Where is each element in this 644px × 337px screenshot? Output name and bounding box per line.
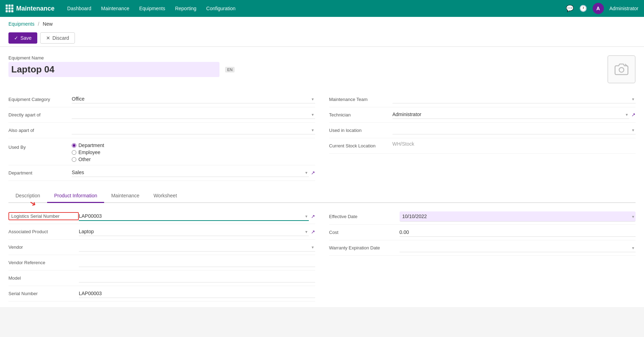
effective-date-input[interactable]: [400, 211, 636, 222]
effective-date-row: Effective Date: [329, 209, 636, 225]
radio-department-label: Department: [78, 142, 104, 148]
form-grid: Equipment Category Office Directly apart…: [8, 92, 636, 181]
tab-maintenance[interactable]: Maintenance: [104, 189, 146, 203]
logistics-serial-number-row: ➜ Logistics Serial Number ↗: [8, 209, 315, 224]
app-title: Maintenance: [16, 5, 55, 12]
maintenance-team-row: Maintenance Team: [329, 92, 636, 107]
form-header-left: Equipment Name EN: [8, 55, 599, 77]
current-stock-location-value: WH/Stock: [393, 141, 636, 147]
current-stock-location-row: Current Stock Location WH/Stock: [329, 138, 636, 154]
save-button[interactable]: ✓ Save: [8, 32, 37, 44]
warranty-expiration-date-value: [400, 243, 636, 252]
cost-row: Cost: [329, 225, 636, 240]
associated-product-select-wrapper: Laptop: [79, 227, 309, 236]
associated-product-select[interactable]: Laptop: [79, 227, 309, 236]
department-value: Sales ↗: [72, 168, 315, 177]
serial-number-input[interactable]: [79, 289, 315, 298]
vendor-reference-row: Vendor Reference: [8, 255, 315, 271]
department-select[interactable]: Sales: [72, 168, 309, 177]
associated-product-value: Laptop ↗: [79, 227, 315, 236]
model-label: Model: [8, 275, 79, 281]
breadcrumb: Equipments / New: [0, 17, 644, 30]
tab-description[interactable]: Description: [8, 189, 47, 203]
used-in-location-select[interactable]: [393, 126, 636, 134]
camera-upload[interactable]: [607, 55, 636, 83]
tab-product-information[interactable]: Product Information: [47, 189, 104, 203]
warranty-expiration-date-label: Warranty Expiration Date: [329, 245, 400, 250]
logistics-serial-number-label: Logistics Serial Number: [8, 212, 79, 220]
technician-row: Technician Administrator ↗: [329, 107, 636, 123]
nav-reporting[interactable]: Reporting: [171, 4, 201, 13]
radio-department[interactable]: Department: [72, 142, 104, 148]
equipment-name-input[interactable]: [8, 62, 219, 77]
cross-icon: ✕: [46, 35, 50, 41]
en-badge: EN: [225, 67, 235, 72]
vendor-reference-input[interactable]: [79, 258, 315, 267]
chat-icon[interactable]: 💬: [566, 5, 574, 12]
vendor-select[interactable]: [79, 243, 315, 252]
warranty-expiration-date-select[interactable]: [400, 243, 636, 252]
directly-apart-of-value: [72, 110, 315, 119]
logistics-serial-number-external-link-icon[interactable]: ↗: [311, 214, 315, 219]
nav-equipments[interactable]: Equipments: [135, 4, 170, 13]
equipment-category-value: Office: [72, 95, 315, 103]
radio-other-label: Other: [78, 157, 91, 162]
effective-date-value: [400, 211, 636, 222]
associated-product-label: Associated Product: [8, 229, 79, 234]
radio-employee-label: Employee: [78, 150, 100, 155]
cost-input[interactable]: [400, 228, 636, 237]
radio-employee[interactable]: Employee: [72, 150, 104, 155]
app-logo[interactable]: Maintenance: [6, 5, 55, 12]
directly-apart-of-row: Directly apart of: [8, 107, 315, 123]
department-external-link-icon[interactable]: ↗: [311, 170, 315, 176]
clock-icon[interactable]: 🕐: [579, 5, 587, 12]
used-in-location-label: Used in location: [329, 126, 393, 133]
directly-apart-of-select[interactable]: [72, 110, 315, 119]
breadcrumb-parent[interactable]: Equipments: [8, 21, 34, 27]
topnav: Maintenance Dashboard Maintenance Equipm…: [0, 0, 644, 17]
vendor-select-wrapper: [79, 243, 315, 252]
main-form: Equipment Name EN: [0, 47, 644, 307]
current-stock-location-label: Current Stock Location: [329, 141, 393, 148]
discard-button[interactable]: ✕ Discard: [40, 32, 75, 44]
nav-maintenance[interactable]: Maintenance: [97, 4, 134, 13]
serial-number-value: [79, 289, 315, 298]
avatar[interactable]: A: [593, 3, 604, 14]
directly-apart-of-label: Directly apart of: [8, 110, 72, 117]
tab-worksheet[interactable]: Worksheet: [146, 189, 184, 203]
form-header: Equipment Name EN: [8, 55, 636, 83]
nav-links: Dashboard Maintenance Equipments Reporti…: [63, 4, 566, 13]
tab-content-product-information: ➜ Logistics Serial Number ↗ Associ: [8, 203, 636, 307]
username: Administrator: [610, 6, 638, 11]
maintenance-team-select-wrapper: [393, 95, 636, 103]
technician-external-link-icon[interactable]: ↗: [631, 112, 636, 117]
used-by-value: Department Employee Other: [72, 142, 315, 162]
logistics-serial-number-select-wrapper: [79, 212, 309, 221]
form-right-col: Maintenance Team Technician: [329, 92, 636, 181]
used-in-location-value: [393, 126, 636, 134]
nav-dashboard[interactable]: Dashboard: [63, 4, 96, 13]
nav-configuration[interactable]: Configuration: [202, 4, 240, 13]
model-input[interactable]: [79, 274, 315, 282]
tab-left-col: ➜ Logistics Serial Number ↗ Associ: [8, 209, 315, 301]
maintenance-team-select[interactable]: [393, 95, 636, 103]
department-row: Department Sales ↗: [8, 165, 315, 181]
breadcrumb-separator: /: [38, 21, 39, 27]
also-apart-of-select[interactable]: [72, 126, 315, 134]
associated-product-external-link-icon[interactable]: ↗: [311, 229, 315, 235]
form-left-col: Equipment Category Office Directly apart…: [8, 92, 315, 181]
also-apart-of-select-wrapper: [72, 126, 315, 134]
also-apart-of-value: [72, 126, 315, 134]
serial-number-label: Serial Number: [8, 291, 79, 296]
also-apart-of-row: Also apart of: [8, 123, 315, 138]
logistics-serial-number-input[interactable]: [79, 212, 309, 221]
used-in-location-select-wrapper: [393, 126, 636, 134]
used-by-row: Used By Department Employee: [8, 138, 315, 165]
technician-label: Technician: [329, 110, 393, 117]
logistics-serial-number-value: ↗: [79, 212, 315, 221]
technician-select[interactable]: Administrator: [393, 110, 630, 119]
radio-other[interactable]: Other: [72, 157, 104, 162]
tab-right-col: Effective Date Cost: [329, 209, 636, 301]
current-stock-location-text: WH/Stock: [393, 141, 414, 147]
equipment-category-select[interactable]: Office: [72, 95, 315, 103]
